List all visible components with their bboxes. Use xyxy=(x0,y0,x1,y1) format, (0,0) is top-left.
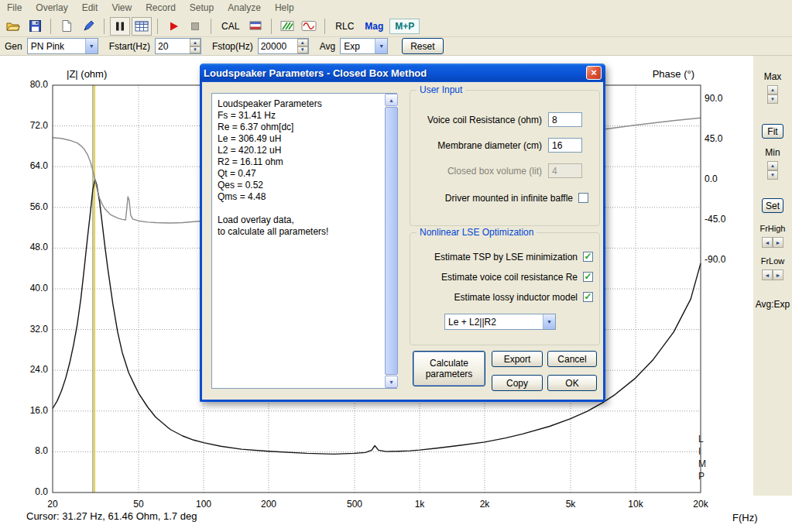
estimate-tsp-checkbox[interactable]: ✓ xyxy=(583,252,593,262)
user-input-group-title: User Input xyxy=(417,84,465,95)
dropdown-arrow-icon[interactable]: ▼ xyxy=(85,39,98,53)
avg-combo[interactable]: Exp ▼ xyxy=(340,38,388,54)
mag-phase-button[interactable]: M+P xyxy=(389,19,420,34)
voice-coil-input[interactable] xyxy=(548,112,582,127)
frhigh-label: FrHigh xyxy=(753,224,792,233)
dropdown-arrow-icon[interactable]: ▼ xyxy=(375,39,387,53)
spin-right-icon[interactable]: ► xyxy=(773,269,783,280)
calculate-parameters-button[interactable]: Calculate parameters xyxy=(413,351,485,386)
spin-down-icon[interactable]: ▼ xyxy=(767,170,778,180)
lse-group-title: Nonlinear LSE Optimization xyxy=(417,227,537,238)
dialog-body: Loudspeaker Parameters Fs = 31.41 Hz Re … xyxy=(202,82,603,400)
max-label: Max xyxy=(753,71,792,82)
results-scrollbar[interactable]: ▲ ▼ xyxy=(385,94,398,388)
fstop-input[interactable] xyxy=(259,39,297,53)
voice-coil-row: Voice coil Resistance (ohm) xyxy=(410,112,599,128)
save-button[interactable] xyxy=(25,17,45,36)
spin-up-icon[interactable]: ▲ xyxy=(767,85,778,94)
play-button[interactable] xyxy=(163,17,183,36)
flag-icon xyxy=(249,21,262,31)
close-icon: × xyxy=(591,67,597,78)
scroll-thumb[interactable] xyxy=(385,107,398,375)
reset-button[interactable]: Reset xyxy=(402,38,443,54)
menu-record[interactable]: Record xyxy=(139,0,183,15)
dialog-title: Loudspeaker Parameters - Closed Box Meth… xyxy=(204,67,427,79)
baffle-checkbox[interactable] xyxy=(578,193,588,203)
pause-button[interactable] xyxy=(110,17,130,36)
estimate-tsp-label: Estimate TSP by LSE minimization xyxy=(410,252,578,263)
dialog-titlebar[interactable]: Loudspeaker Parameters - Closed Box Meth… xyxy=(200,63,605,82)
loudspeaker-parameters-dialog: Loudspeaker Parameters - Closed Box Meth… xyxy=(200,63,605,402)
frhigh-spinner[interactable]: ◄► xyxy=(762,237,783,248)
floppy-disk-icon xyxy=(29,19,42,33)
stop-button[interactable] xyxy=(185,17,205,36)
frlow-spinner[interactable]: ◄► xyxy=(762,269,783,280)
check-icon: ✓ xyxy=(584,251,591,262)
menu-edit[interactable]: Edit xyxy=(75,0,105,15)
mag-button[interactable]: Mag xyxy=(360,18,388,35)
spin-down-icon[interactable]: ▼ xyxy=(190,46,201,54)
menu-bar: FileOverlayEditViewRecordSetupAnalyzeHel… xyxy=(0,0,792,15)
generator-type-combo[interactable]: PN Pink ▼ xyxy=(27,38,98,54)
inductor-model-combo[interactable]: Le + L2||R2 ▼ xyxy=(444,314,556,330)
menu-setup[interactable]: Setup xyxy=(183,0,221,15)
table-icon xyxy=(135,21,149,32)
generator-type-value: PN Pink xyxy=(28,41,85,52)
fstop-label: Fstop(Hz) xyxy=(212,41,253,52)
menu-analyze[interactable]: Analyze xyxy=(221,0,268,15)
fstart-label: Fstart(Hz) xyxy=(109,41,150,52)
check-icon: ✓ xyxy=(584,291,591,302)
play-icon xyxy=(167,20,180,33)
membrane-input[interactable] xyxy=(548,138,582,153)
cal-button[interactable]: CAL xyxy=(217,18,244,35)
toolbar-separator xyxy=(211,19,211,34)
menu-overlay[interactable]: Overlay xyxy=(29,0,74,15)
cancel-button[interactable]: Cancel xyxy=(547,351,597,367)
menu-help[interactable]: Help xyxy=(268,0,301,15)
set-button[interactable]: Set xyxy=(762,198,783,213)
signal-button[interactable] xyxy=(299,17,319,36)
fstart-spinner[interactable]: ▲▼ xyxy=(190,39,201,53)
dropdown-arrow-icon[interactable]: ▼ xyxy=(543,314,555,329)
table-button[interactable] xyxy=(132,17,152,36)
hatch-button[interactable] xyxy=(277,17,297,36)
new-overlay-button[interactable] xyxy=(57,17,77,36)
spin-left-icon[interactable]: ◄ xyxy=(762,269,773,280)
avg-label: Avg xyxy=(320,41,335,52)
spin-down-icon[interactable]: ▼ xyxy=(297,46,308,54)
copy-button[interactable]: Copy xyxy=(492,375,543,391)
spin-up-icon[interactable]: ▲ xyxy=(190,39,201,46)
spin-right-icon[interactable]: ► xyxy=(773,237,783,248)
flag-button[interactable] xyxy=(245,17,266,36)
menu-file[interactable]: File xyxy=(0,0,29,15)
export-button[interactable]: Export xyxy=(492,351,543,367)
scroll-up-button[interactable]: ▲ xyxy=(385,94,398,106)
open-file-button[interactable] xyxy=(3,17,23,36)
menu-view[interactable]: View xyxy=(105,0,139,15)
lossy-inductor-checkbox[interactable]: ✓ xyxy=(583,292,593,302)
rlc-button[interactable]: RLC xyxy=(331,18,358,35)
baffle-row: Driver mounted in infinite baffle xyxy=(410,193,599,205)
inductor-model-value: Le + L2||R2 xyxy=(445,317,543,328)
min-spinner[interactable]: ▲▼ xyxy=(767,161,778,180)
scroll-down-button[interactable]: ▼ xyxy=(385,376,398,388)
estimate-re-label: Estimate voice coil resistance Re xyxy=(410,272,578,283)
fstart-input[interactable] xyxy=(156,39,190,53)
close-button[interactable]: × xyxy=(586,66,602,80)
baffle-label: Driver mounted in infinite baffle xyxy=(410,193,573,204)
spin-up-icon[interactable]: ▲ xyxy=(297,39,308,46)
spin-down-icon[interactable]: ▼ xyxy=(767,94,778,104)
fstart-field: ▲▼ xyxy=(155,38,201,54)
fstop-spinner[interactable]: ▲▼ xyxy=(297,39,308,53)
spin-left-icon[interactable]: ◄ xyxy=(762,237,773,248)
fit-button[interactable]: Fit xyxy=(762,124,783,139)
avg-combo-value: Exp xyxy=(341,41,375,52)
ok-button[interactable]: OK xyxy=(547,375,597,391)
toolbar-separator xyxy=(271,19,272,34)
toolbar-separator xyxy=(50,19,51,34)
toolbar-separator xyxy=(157,19,158,34)
max-spinner[interactable]: ▲▼ xyxy=(767,85,778,104)
estimate-re-checkbox[interactable]: ✓ xyxy=(583,272,593,282)
pen-button[interactable] xyxy=(78,17,98,36)
spin-up-icon[interactable]: ▲ xyxy=(767,161,778,170)
